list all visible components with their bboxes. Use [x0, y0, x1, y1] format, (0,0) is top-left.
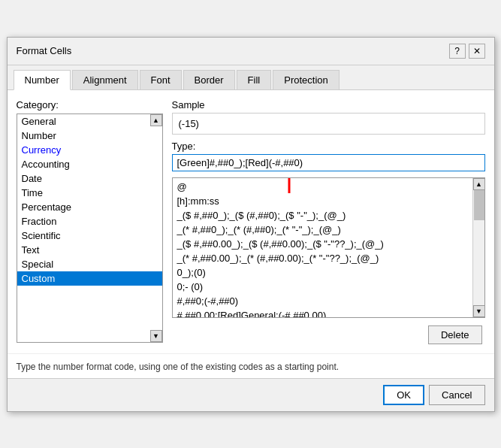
category-item-custom[interactable]: Custom	[17, 271, 162, 286]
right-panel: Sample (-15) Type: @[h]:mm:ss_($ #,##0_)…	[172, 99, 485, 344]
format-item[interactable]: _(* #,##0_);_(* (#,##0);_(* "-"_);_(@_)	[173, 222, 472, 237]
sample-label: Sample	[172, 99, 485, 110]
category-list[interactable]: GeneralNumberCurrencyAccountingDateTimeP…	[17, 114, 162, 342]
format-item[interactable]: 0;- (0)	[173, 280, 472, 294]
format-list[interactable]: @[h]:mm:ss_($ #,##0_);_($ (#,##0);_($ "-…	[173, 178, 472, 317]
format-item[interactable]: _($ #,##0_);_($ (#,##0);_($ "-"_);_(@_)	[173, 208, 472, 222]
scroll-track	[473, 190, 484, 305]
title-bar-buttons: ? ✕	[449, 44, 485, 59]
tab-bar: NumberAlignmentFontBorderFillProtection	[8, 65, 494, 90]
format-item[interactable]: @	[173, 180, 472, 194]
format-item[interactable]: _(* #,##0.00_);_(* (#,##0.00);_(* "-"??_…	[173, 251, 472, 265]
sample-value: (-15)	[172, 113, 485, 135]
category-label: Category:	[17, 99, 163, 110]
category-item-general[interactable]: General	[17, 114, 162, 129]
category-item-currency[interactable]: Currency	[17, 143, 162, 157]
type-section: Type:	[172, 141, 485, 171]
list-scroll-down[interactable]: ▼	[150, 330, 162, 342]
cancel-button[interactable]: Cancel	[429, 385, 484, 405]
format-item[interactable]: #,##0;(-#,##0)	[173, 294, 472, 308]
tab-number[interactable]: Number	[14, 70, 71, 90]
category-item-special[interactable]: Special	[17, 257, 162, 271]
scroll-thumb[interactable]	[474, 190, 484, 220]
main-content: Category: GeneralNumberCurrencyAccountin…	[8, 90, 494, 353]
right-panel-buttons: Delete	[172, 325, 485, 344]
format-list-container: @[h]:mm:ss_($ #,##0_);_($ (#,##0);_($ "-…	[172, 177, 485, 318]
format-item[interactable]: _($ #,##0.00_);_($ (#,##0.00);_($ "-"??_…	[173, 237, 472, 251]
format-list-scrollbar: ▲ ▼	[472, 178, 484, 317]
category-item-percentage[interactable]: Percentage	[17, 200, 162, 214]
scroll-down-button[interactable]: ▼	[473, 305, 485, 317]
title-bar: Format Cells ? ✕	[8, 38, 494, 65]
tab-font[interactable]: Font	[140, 70, 182, 89]
sample-section: Sample (-15)	[172, 99, 485, 135]
help-button[interactable]: ?	[449, 44, 466, 59]
category-item-number[interactable]: Number	[17, 129, 162, 143]
tab-alignment[interactable]: Alignment	[72, 70, 138, 89]
close-button[interactable]: ✕	[469, 44, 485, 59]
category-list-wrapper: GeneralNumberCurrencyAccountingDateTimeP…	[17, 114, 163, 343]
category-item-time[interactable]: Time	[17, 186, 162, 200]
delete-button[interactable]: Delete	[428, 325, 482, 344]
type-input[interactable]	[172, 154, 485, 171]
category-item-text[interactable]: Text	[17, 243, 162, 257]
list-scroll-up[interactable]: ▲	[150, 114, 162, 126]
dialog-title: Format Cells	[17, 45, 72, 56]
scroll-up-button[interactable]: ▲	[473, 178, 485, 190]
ok-button[interactable]: OK	[383, 385, 424, 405]
tab-fill[interactable]: Fill	[237, 70, 272, 89]
category-item-scientific[interactable]: Scientific	[17, 229, 162, 243]
left-panel: Category: GeneralNumberCurrencyAccountin…	[17, 99, 163, 344]
category-item-fraction[interactable]: Fraction	[17, 214, 162, 229]
category-item-accounting[interactable]: Accounting	[17, 157, 162, 171]
format-item[interactable]: [h]:mm:ss	[173, 194, 472, 208]
footer-text: Type the number format code, using one o…	[8, 353, 494, 378]
format-item[interactable]: 0_);(0)	[173, 265, 472, 280]
type-label: Type:	[172, 141, 485, 152]
tab-protection[interactable]: Protection	[273, 70, 340, 89]
tab-border[interactable]: Border	[183, 70, 235, 89]
dialog-footer: OK Cancel	[8, 378, 494, 411]
format-cells-dialog: Format Cells ? ✕ NumberAlignmentFontBord…	[7, 37, 495, 412]
category-item-date[interactable]: Date	[17, 171, 162, 186]
format-item[interactable]: #,##0.00;[Red]General;(-#,##0.00)	[173, 308, 472, 317]
